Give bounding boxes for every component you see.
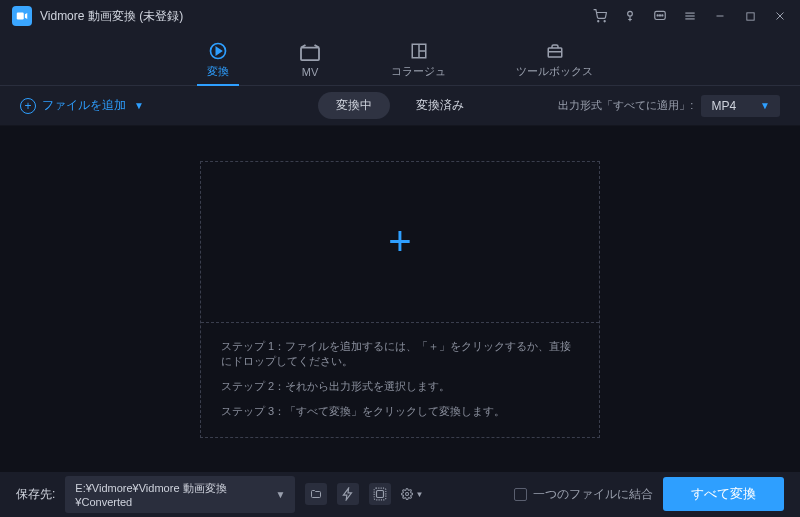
output-format-label: 出力形式「すべてに適用」: [558,98,693,113]
checkbox-box [514,488,527,501]
main-drop-area: + ステップ 1：ファイルを追加するには、「＋」をクリックするか、直接にドロップ… [0,126,800,472]
collage-icon [408,42,430,60]
chevron-down-icon: ▼ [134,100,144,111]
tab-mv-label: MV [302,66,319,78]
tab-convert[interactable]: 変換 [197,32,239,85]
svg-point-7 [662,15,663,16]
mv-icon [299,44,321,62]
cart-icon[interactable] [592,8,608,24]
convert-all-button[interactable]: すべて変換 [663,477,784,511]
output-format-value: MP4 [711,99,736,113]
open-folder-button[interactable] [305,483,327,505]
step-3: ステップ 3：「すべて変換」をクリックして変換します。 [221,404,579,419]
save-path-select[interactable]: E:¥Vidmore¥Vidmore 動画変換¥Converted ▼ [65,476,295,513]
svg-rect-23 [375,488,387,500]
titlebar: Vidmore 動画変換 (未登録) [0,0,800,32]
chevron-down-icon: ▼ [415,490,423,499]
svg-point-6 [659,15,660,16]
merge-label: 一つのファイルに結合 [533,486,653,503]
drop-zone[interactable]: + ステップ 1：ファイルを追加するには、「＋」をクリックするか、直接にドロップ… [200,161,600,438]
svg-rect-17 [301,47,319,60]
conversion-status-tabs: 変換中 変換済み [318,92,482,119]
tab-converting[interactable]: 変換中 [318,92,390,119]
tab-mv[interactable]: MV [289,32,331,85]
menu-icon[interactable] [682,8,698,24]
feedback-icon[interactable] [652,8,668,24]
merge-files-checkbox[interactable]: 一つのファイルに結合 [514,486,653,503]
bottom-bar: 保存先: E:¥Vidmore¥Vidmore 動画変換¥Converted ▼… [0,472,800,516]
save-to-label: 保存先: [16,486,55,503]
window-controls [592,8,788,24]
key-icon[interactable] [622,8,638,24]
drop-zone-top: + [201,162,599,322]
chevron-down-icon: ▼ [275,489,285,500]
svg-point-3 [628,11,633,16]
step-1: ステップ 1：ファイルを追加するには、「＋」をクリックするか、直接にドロップして… [221,339,579,369]
add-file-button[interactable]: + ファイルを追加 ▼ [20,97,144,114]
settings-button[interactable]: ▼ [401,483,423,505]
add-file-label: ファイルを追加 [42,97,126,114]
step-2: ステップ 2：それから出力形式を選択します。 [221,379,579,394]
tab-convert-label: 変換 [207,64,229,79]
sub-toolbar: + ファイルを追加 ▼ 変換中 変換済み 出力形式「すべてに適用」: MP4 ▼ [0,86,800,126]
main-nav: 変換 MV コラージュ ツールボックス [0,32,800,86]
svg-marker-16 [216,48,221,55]
svg-rect-12 [746,12,753,19]
close-icon[interactable] [772,8,788,24]
chevron-down-icon: ▼ [760,100,770,111]
app-title: Vidmore 動画変換 (未登録) [40,8,183,25]
save-path-value: E:¥Vidmore¥Vidmore 動画変換¥Converted [75,481,275,508]
toolbox-icon [544,42,566,60]
svg-rect-22 [377,491,384,498]
tab-toolbox[interactable]: ツールボックス [506,32,603,85]
add-plus-button[interactable]: + [388,219,411,264]
drop-steps: ステップ 1：ファイルを追加するには、「＋」をクリックするか、直接にドロップして… [201,322,599,437]
tab-collage-label: コラージュ [391,64,446,79]
maximize-icon[interactable] [742,8,758,24]
output-format-select[interactable]: MP4 ▼ [701,95,780,117]
high-speed-button[interactable] [369,483,391,505]
tab-toolbox-label: ツールボックス [516,64,593,79]
svg-point-5 [657,15,658,16]
minimize-icon[interactable] [712,8,728,24]
plus-circle-icon: + [20,98,36,114]
svg-rect-0 [17,13,24,20]
svg-point-1 [598,21,599,22]
convert-icon [207,42,229,60]
app-logo [12,6,32,26]
hardware-accel-button[interactable] [337,483,359,505]
svg-point-2 [604,21,605,22]
tab-converted[interactable]: 変換済み [398,92,482,119]
tab-collage[interactable]: コラージュ [381,32,456,85]
svg-point-24 [406,492,409,495]
